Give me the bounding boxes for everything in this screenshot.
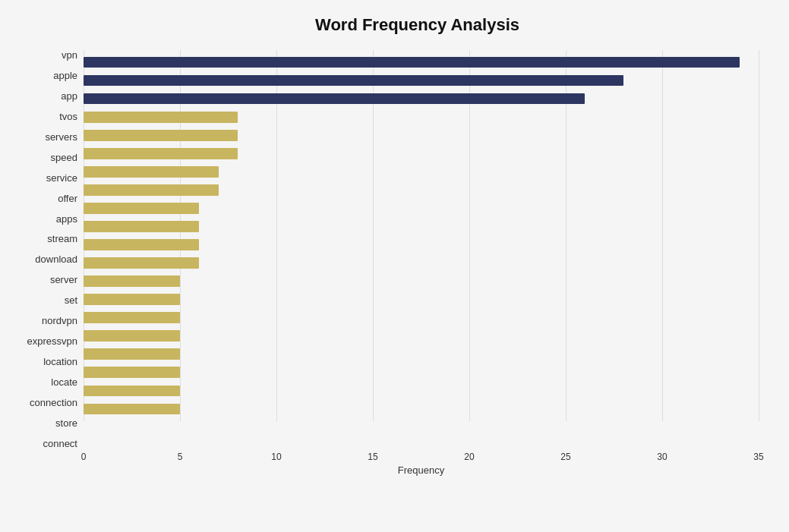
y-label-apps: apps: [15, 214, 77, 224]
bar-nordvpn: [84, 294, 180, 305]
bar-apps: [84, 203, 199, 214]
x-ticks: 05101520253035: [84, 449, 759, 461]
x-tick-5: 5: [178, 452, 183, 462]
y-label-servers: servers: [15, 132, 77, 142]
y-label-download: download: [15, 254, 77, 264]
y-label-store: store: [15, 418, 77, 428]
bar-row-locate: [84, 345, 759, 364]
bar-tvos: [84, 112, 238, 123]
bar-row-app: [84, 90, 759, 108]
y-label-server: server: [15, 275, 77, 285]
bar-location: [84, 330, 180, 342]
bar-server: [84, 257, 199, 269]
bar-connect: [84, 404, 180, 415]
bar-row-server: [84, 254, 759, 272]
plot-area: 05101520253035 Frequency: [84, 50, 759, 476]
x-tick-20: 20: [464, 452, 474, 462]
y-label-offer: offer: [15, 194, 77, 203]
bar-vpn: [84, 57, 740, 68]
bar-connection: [84, 367, 180, 378]
bar-expressvpn: [84, 312, 180, 323]
bar-speed: [84, 148, 238, 159]
bar-apple: [84, 75, 623, 87]
bar-row-servers: [84, 126, 759, 144]
y-label-vpn: vpn: [15, 50, 77, 60]
y-label-connect: connect: [15, 439, 77, 449]
bar-row-apps: [84, 199, 759, 217]
bar-row-download: [84, 235, 759, 253]
bar-stream: [84, 221, 199, 232]
bar-service: [84, 166, 219, 178]
y-label-expressvpn: expressvpn: [15, 336, 77, 346]
bar-servers: [84, 130, 238, 141]
x-tick-15: 15: [368, 452, 377, 462]
y-label-set: set: [15, 295, 77, 305]
x-axis-label: Frequency: [84, 464, 759, 476]
y-label-locate: locate: [15, 377, 77, 387]
bar-row-speed: [84, 144, 759, 162]
chart-container: Word Frequency Analysis vpnappleapptvoss…: [0, 0, 789, 532]
bar-row-store: [84, 382, 759, 400]
grid-line: [759, 50, 759, 421]
bar-row-set: [84, 272, 759, 291]
y-label-location: location: [15, 357, 77, 367]
x-tick-35: 35: [753, 452, 763, 462]
bars-container: [84, 50, 759, 421]
y-axis-labels: vpnappleapptvosserversspeedserviceoffera…: [15, 50, 84, 476]
y-label-stream: stream: [15, 234, 77, 244]
bar-row-offer: [84, 181, 759, 199]
chart-title: Word Frequency Analysis: [15, 15, 759, 35]
bar-row-expressvpn: [84, 309, 759, 327]
x-axis: 05101520253035 Frequency: [84, 449, 759, 476]
bar-row-location: [84, 327, 759, 345]
y-label-connection: connection: [15, 398, 77, 408]
bars-wrapper: [84, 50, 759, 449]
y-label-tvos: tvos: [15, 112, 77, 121]
y-label-service: service: [15, 173, 77, 183]
bar-row-connection: [84, 364, 759, 382]
bar-row-nordvpn: [84, 291, 759, 309]
y-label-app: app: [15, 91, 77, 101]
x-tick-0: 0: [81, 452, 87, 462]
bar-download: [84, 239, 199, 250]
bar-row-tvos: [84, 108, 759, 126]
bar-row-connect: [84, 400, 759, 418]
bar-row-apple: [84, 71, 759, 90]
y-label-nordvpn: nordvpn: [15, 316, 77, 326]
bar-store: [84, 386, 180, 397]
x-tick-10: 10: [271, 452, 281, 462]
bar-offer: [84, 184, 219, 196]
bar-row-vpn: [84, 53, 759, 71]
y-label-apple: apple: [15, 71, 77, 80]
bar-set: [84, 275, 180, 287]
bar-locate: [84, 348, 180, 360]
bar-row-stream: [84, 217, 759, 235]
y-label-speed: speed: [15, 153, 77, 162]
chart-area: vpnappleapptvosserversspeedserviceoffera…: [15, 50, 759, 476]
bar-row-service: [84, 162, 759, 181]
x-tick-30: 30: [657, 452, 667, 462]
bar-app: [84, 93, 585, 105]
x-tick-25: 25: [560, 452, 570, 462]
